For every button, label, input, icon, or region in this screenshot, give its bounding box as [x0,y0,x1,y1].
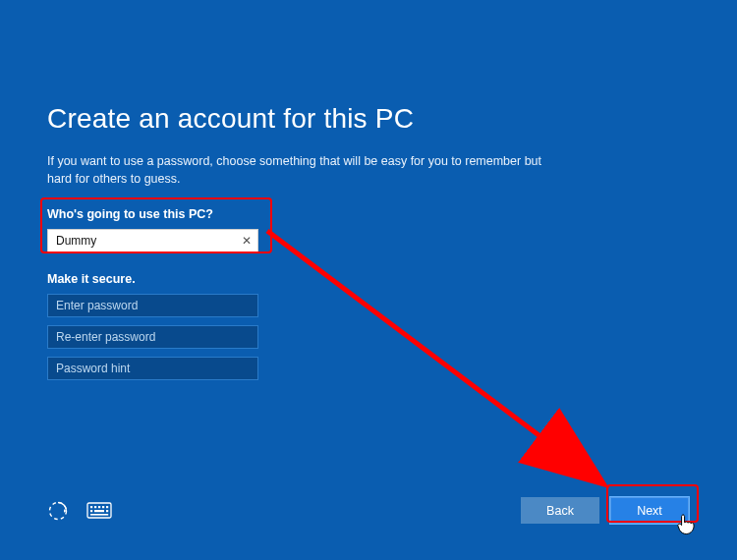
ease-of-access-icon[interactable] [47,500,69,522]
footer-left [47,500,112,522]
page-title: Create an account for this PC [47,103,690,135]
username-input[interactable]: Dummy ✕ [47,229,258,252]
svg-rect-10 [106,510,108,512]
clear-input-icon[interactable]: ✕ [242,229,252,252]
password-section-label: Make it secure. [47,272,690,286]
footer-bar: Back Next [0,496,737,525]
svg-rect-9 [94,510,104,512]
svg-rect-4 [94,506,96,508]
page-subtitle: If you want to use a password, choose so… [47,152,558,188]
svg-rect-8 [90,510,92,512]
oobe-create-account-screen: Create an account for this PC If you wan… [0,0,737,560]
svg-rect-6 [102,506,104,508]
confirm-password-placeholder: Re-enter password [56,325,155,349]
password-hint-placeholder: Password hint [56,357,130,380]
svg-rect-5 [98,506,100,508]
password-input[interactable]: Enter password [47,294,258,317]
footer-right: Back Next [521,496,690,525]
username-section-label: Who's going to use this PC? [47,207,690,221]
on-screen-keyboard-icon[interactable] [86,502,112,520]
next-button[interactable]: Next [609,496,690,525]
svg-rect-3 [90,506,92,508]
password-hint-input[interactable]: Password hint [47,357,258,380]
username-value: Dummy [56,229,96,252]
password-placeholder: Enter password [56,294,138,317]
svg-rect-7 [106,506,108,508]
back-button[interactable]: Back [521,497,599,524]
svg-rect-11 [90,514,108,516]
confirm-password-input[interactable]: Re-enter password [47,325,258,349]
